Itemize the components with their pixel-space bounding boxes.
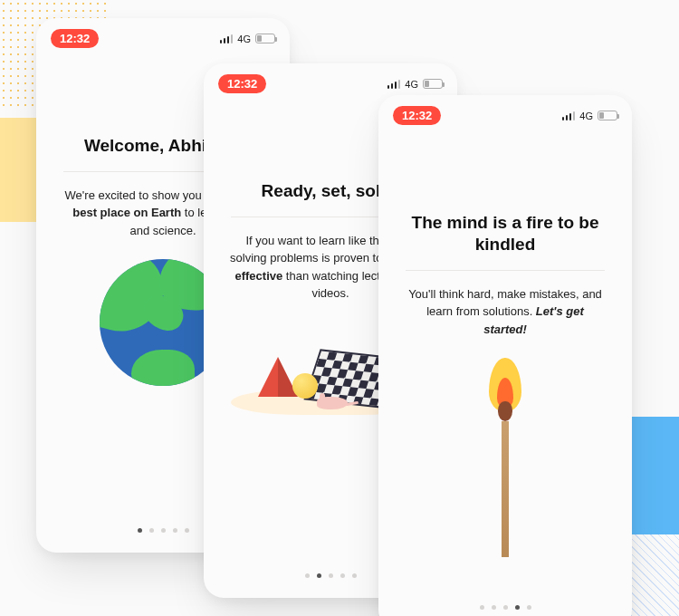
pagination-dot[interactable] bbox=[138, 528, 142, 533]
signal-strength-icon bbox=[562, 111, 576, 120]
pagination-dot[interactable] bbox=[305, 573, 310, 578]
pagination-dots[interactable] bbox=[378, 605, 632, 610]
match-illustration bbox=[404, 358, 607, 557]
pagination-dot[interactable] bbox=[185, 528, 189, 533]
pagination-dot[interactable] bbox=[340, 573, 345, 578]
status-bar: 12:32 4G bbox=[204, 63, 457, 99]
signal-strength-icon bbox=[220, 34, 234, 43]
onboarding-screen-3: 12:32 4G The mind is a fire to be kindle… bbox=[378, 95, 632, 616]
status-time: 12:32 bbox=[218, 74, 266, 93]
battery-icon bbox=[598, 111, 617, 120]
network-label: 4G bbox=[237, 34, 251, 44]
status-time: 12:32 bbox=[393, 106, 441, 125]
signal-strength-icon bbox=[387, 80, 401, 89]
pagination-dot[interactable] bbox=[173, 528, 177, 533]
pagination-dot[interactable] bbox=[149, 528, 154, 533]
network-label: 4G bbox=[579, 111, 593, 121]
screen-title: The mind is a fire to be kindled bbox=[404, 212, 607, 270]
pagination-dot[interactable] bbox=[503, 605, 508, 610]
battery-icon bbox=[255, 34, 275, 43]
battery-icon bbox=[423, 79, 443, 89]
pagination-dot[interactable] bbox=[352, 573, 357, 578]
status-time: 12:32 bbox=[51, 29, 99, 48]
status-bar: 12:32 4G bbox=[378, 95, 632, 130]
network-label: 4G bbox=[405, 79, 418, 90]
pagination-dot[interactable] bbox=[492, 605, 496, 610]
screen-body: You'll think hard, make mistakes, and le… bbox=[404, 285, 607, 339]
pagination-dot[interactable] bbox=[317, 573, 321, 578]
divider bbox=[406, 270, 605, 271]
pagination-dot[interactable] bbox=[161, 528, 166, 533]
pagination-dot[interactable] bbox=[329, 573, 333, 578]
decorative-yellow-block bbox=[0, 118, 39, 222]
status-bar: 12:32 4G bbox=[36, 18, 290, 53]
pagination-dot[interactable] bbox=[527, 605, 531, 610]
pagination-dot[interactable] bbox=[480, 605, 484, 610]
pagination-dot[interactable] bbox=[515, 605, 520, 610]
